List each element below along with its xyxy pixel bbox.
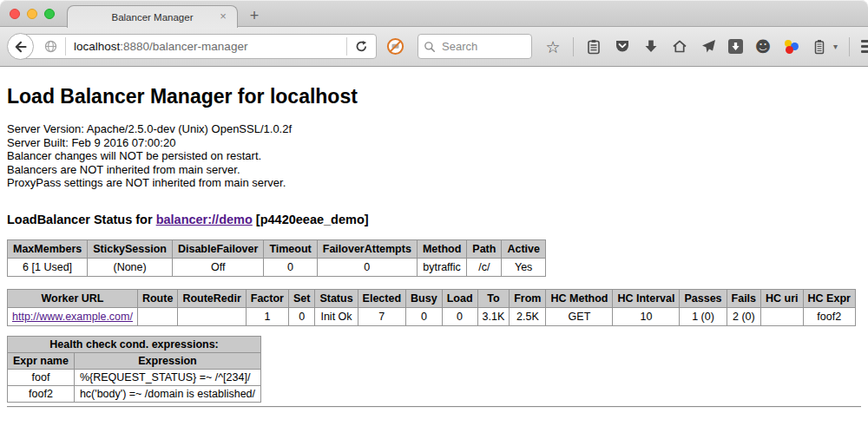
url-text[interactable]: localhost:8880/balancer-manager bbox=[66, 40, 346, 53]
col-disablefailover: DisableFailover bbox=[172, 239, 263, 258]
url-host: localhost bbox=[74, 40, 120, 53]
downloads-icon[interactable] bbox=[642, 37, 660, 56]
page-content: Load Balancer Manager for localhost Serv… bbox=[0, 84, 868, 408]
back-button[interactable] bbox=[7, 33, 34, 60]
server-version-line: Server Version: Apache/2.5.0-dev (Unix) … bbox=[7, 122, 861, 136]
extension-dropdown-caret-icon[interactable]: ▾ bbox=[833, 42, 838, 51]
col-status: Status bbox=[315, 289, 358, 307]
cell-hc-uri bbox=[761, 307, 804, 325]
url-bar[interactable]: localhost:8880/balancer-manager bbox=[19, 34, 377, 59]
health-header-row: Expr name Expression bbox=[8, 352, 261, 369]
cell-timeout: 0 bbox=[264, 258, 317, 276]
horizontal-rule bbox=[7, 406, 861, 408]
plugin-blocked-button[interactable] bbox=[386, 37, 404, 56]
cell-route bbox=[137, 307, 177, 325]
bookmark-star-icon[interactable]: ☆ bbox=[544, 37, 562, 56]
col-passes: Passes bbox=[680, 289, 727, 307]
search-box[interactable] bbox=[418, 34, 532, 59]
health-table-title: Health check cond. expressions: bbox=[8, 336, 261, 352]
page-title: Load Balancer Manager for localhost bbox=[7, 84, 861, 109]
col-timeout: Timeout bbox=[264, 239, 317, 258]
back-arrow-icon bbox=[12, 37, 30, 56]
col-hc-expr: HC Expr bbox=[803, 289, 855, 307]
cell-elected: 7 bbox=[358, 307, 405, 325]
cell-from: 2.5K bbox=[510, 307, 546, 325]
search-input[interactable] bbox=[440, 39, 518, 54]
blocked-plugin-icon bbox=[386, 37, 404, 56]
cell-hc-method: GET bbox=[546, 307, 613, 325]
col-to: To bbox=[477, 289, 510, 307]
col-route: Route bbox=[137, 289, 177, 307]
reload-button[interactable] bbox=[347, 40, 376, 53]
cell-active: Yes bbox=[502, 258, 546, 276]
cell-load: 0 bbox=[442, 307, 477, 325]
worker-status-table: Worker URL Route RouteRedir Factor Set S… bbox=[7, 289, 856, 326]
col-load: Load bbox=[442, 289, 477, 307]
cell-stickysession: (None) bbox=[88, 258, 173, 276]
tab-close-icon[interactable]: × bbox=[217, 10, 229, 23]
col-failoverattempts: FailoverAttempts bbox=[317, 239, 417, 258]
server-built-line: Server Built: Feb 9 2016 07:00:20 bbox=[7, 136, 861, 150]
col-routeredir: RouteRedir bbox=[178, 289, 246, 307]
col-set: Set bbox=[288, 289, 314, 307]
cell-worker-url: http://www.example.com/ bbox=[8, 307, 138, 325]
balancer-demo-link[interactable]: balancer://demo bbox=[156, 213, 253, 226]
col-hc-uri: HC uri bbox=[761, 289, 804, 307]
pocket-icon[interactable] bbox=[614, 37, 631, 56]
col-hc-interval: HC Interval bbox=[613, 289, 680, 307]
balancer-values-row: 6 [1 Used] (None) Off 0 0 bytraffic /c/ … bbox=[8, 258, 546, 276]
balancer-header-row: MaxMembers StickySession DisableFailover… bbox=[8, 239, 546, 258]
feedback-smiley-icon[interactable]: ☻ bbox=[754, 37, 772, 56]
reading-list-icon[interactable] bbox=[585, 37, 602, 56]
server-info: Server Version: Apache/2.5.0-dev (Unix) … bbox=[7, 122, 861, 190]
cell-method: bytraffic bbox=[417, 258, 466, 276]
col-fails: Fails bbox=[727, 289, 761, 307]
download-manager-extension-icon[interactable] bbox=[728, 39, 743, 54]
send-tab-icon[interactable] bbox=[700, 37, 717, 56]
col-method: Method bbox=[417, 239, 466, 258]
cell-factor: 1 bbox=[246, 307, 288, 325]
worker-url-link[interactable]: http://www.example.com/ bbox=[12, 311, 133, 323]
cell-fails: 2 (0) bbox=[727, 307, 761, 325]
status-suffix: [p4420eeae_demo] bbox=[256, 213, 369, 226]
cell-hc-interval: 10 bbox=[613, 307, 680, 325]
menu-hamburger-icon[interactable] bbox=[861, 40, 868, 53]
col-elected: Elected bbox=[358, 289, 405, 307]
worker-header-row: Worker URL Route RouteRedir Factor Set S… bbox=[8, 289, 856, 307]
navigation-toolbar: localhost:8880/balancer-manager ☆ bbox=[0, 27, 868, 67]
window-close-button[interactable] bbox=[10, 9, 20, 19]
inherit-warning-line: Balancers are NOT inherited from main se… bbox=[7, 163, 861, 177]
proxypass-warning-line: ProxyPass settings are NOT inherited fro… bbox=[7, 176, 861, 190]
window-minimize-button[interactable] bbox=[27, 9, 37, 19]
col-worker-url: Worker URL bbox=[8, 289, 138, 307]
home-icon[interactable] bbox=[671, 37, 688, 56]
browser-tab[interactable]: Balancer Manager × bbox=[67, 5, 238, 28]
balancer-settings-table: MaxMembers StickySession DisableFailover… bbox=[7, 239, 546, 277]
reload-icon bbox=[355, 40, 368, 53]
cell-hc-expr: foof2 bbox=[803, 307, 855, 325]
new-tab-button[interactable]: + bbox=[245, 5, 264, 26]
health-row-foof: foof %{REQUEST_STATUS} =~ /^[234]/ bbox=[8, 369, 261, 385]
cell-to: 3.1K bbox=[477, 307, 510, 325]
worker-values-row: http://www.example.com/ 1 0 Init Ok 7 0 … bbox=[8, 307, 856, 325]
health-title-row: Health check cond. expressions: bbox=[8, 336, 261, 352]
col-factor: Factor bbox=[246, 289, 288, 307]
col-active: Active bbox=[502, 239, 546, 258]
url-path: :8880/balancer-manager bbox=[120, 40, 247, 53]
cell-maxmembers: 6 [1 Used] bbox=[8, 258, 88, 276]
red-dot bbox=[786, 46, 793, 54]
window-controls bbox=[10, 9, 55, 19]
cell-set: 0 bbox=[288, 307, 314, 325]
toolbar-divider-2 bbox=[849, 37, 850, 56]
col-path: Path bbox=[467, 239, 502, 258]
window-zoom-button[interactable] bbox=[44, 9, 55, 19]
cell-expr-name-2: foof2 bbox=[8, 385, 75, 402]
cell-routeredir bbox=[178, 307, 246, 325]
col-busy: Busy bbox=[406, 289, 443, 307]
battery-extension-icon[interactable] bbox=[811, 37, 828, 56]
cell-expression-1: %{REQUEST_STATUS} =~ /^[234]/ bbox=[74, 369, 260, 385]
cell-status: Init Ok bbox=[315, 307, 358, 325]
col-from: From bbox=[510, 289, 546, 307]
col-hc-method: HC Method bbox=[546, 289, 613, 307]
colorzilla-extension-icon[interactable] bbox=[783, 39, 799, 55]
